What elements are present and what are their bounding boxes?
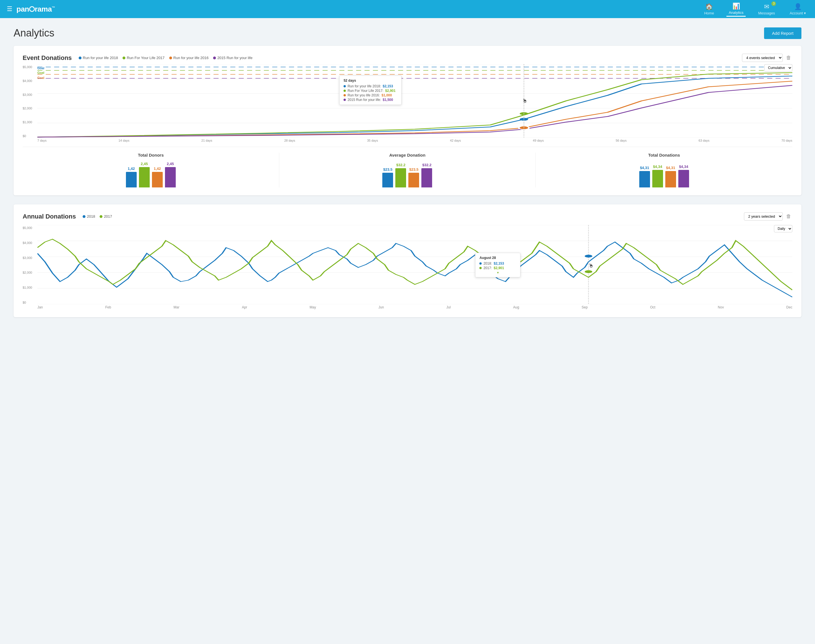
- bar-avg-3: [408, 173, 419, 187]
- messages-icon: ✉: [764, 3, 769, 11]
- annual-donations-card: Annual Donations 2018 2017 2 years selec…: [14, 204, 801, 317]
- bar-val-donors-1: 1,42: [128, 167, 135, 171]
- total-donors-group: Total Donors 1,42 2,45 1,42: [23, 153, 279, 187]
- total-donations-bars: $4,31 $4,34 $4,31 $4,34: [639, 162, 689, 187]
- annual-chart-svg: [37, 225, 792, 304]
- bar-col-avg-1: $23.5: [382, 167, 393, 187]
- line-chart-container: $5,000 $4,000 $3,000 $2,000 $1,000 $0 Go…: [23, 64, 792, 138]
- analytics-label: Analytics: [729, 11, 743, 15]
- event-donations-card: Event Donations Run for your life 2018 R…: [14, 46, 801, 195]
- bar-col-total-1: $4,31: [639, 166, 650, 187]
- nav-item-analytics[interactable]: 📊 Analytics: [726, 2, 746, 17]
- annual-x-axis: JanFebMarAprMayJunJulAugSepOctNovDec: [37, 305, 792, 309]
- add-report-button[interactable]: Add Report: [764, 28, 801, 39]
- years-dropdown[interactable]: 2 years selected: [744, 212, 783, 221]
- bar-col-avg-4: $32.2: [421, 163, 432, 187]
- account-label: Account ▾: [789, 11, 806, 15]
- bar-donors-1: [126, 172, 137, 187]
- avg-donation-group: Average Donation $23.5 $32.2 $23.5: [279, 153, 536, 187]
- annual-tooltip-title: August 28: [479, 256, 516, 260]
- bar-col-total-4: $4,34: [678, 164, 689, 187]
- bar-val-total-2: $4,34: [653, 164, 662, 169]
- bar-val-total-3: $4,31: [666, 166, 675, 170]
- bar-donors-2: [139, 167, 150, 187]
- y-label-0: $0: [23, 134, 35, 138]
- annual-tooltip: August 28 2018: $2,153 2017: $2,901 ▼: [475, 253, 520, 278]
- tooltip-row-2016: Run for you life 2016: $1,000: [343, 93, 397, 97]
- annual-line-2018: [37, 242, 792, 297]
- events-dropdown[interactable]: 4 events selected: [742, 54, 783, 62]
- home-label: Home: [704, 11, 714, 15]
- nav-item-messages[interactable]: ✉ 3 Messages: [756, 2, 777, 16]
- cumulative-dropdown[interactable]: Cumulative: [764, 64, 792, 72]
- y-label-3000: $3,000: [23, 93, 35, 97]
- navigation: ☰ panrama™ 🏠 Home 📊 Analytics ✉ 3 Messag…: [0, 0, 815, 18]
- line-chart-tooltip: 52 days Run for your life 2018: $2,153 R…: [339, 75, 401, 105]
- event-donations-controls: 4 events selected 🗑: [742, 54, 792, 62]
- event-donations-legend: Run for your life 2018 Run For Your Life…: [78, 56, 737, 60]
- y-label-4000: $4,000: [23, 79, 35, 83]
- bar-charts-section: Total Donors 1,42 2,45 1,42: [23, 147, 792, 187]
- avg-donation-title: Average Donation: [389, 153, 426, 158]
- bar-col-avg-3: $23.5: [408, 167, 419, 187]
- bar-col-avg-2: $32.2: [395, 163, 406, 187]
- goal-label-green: Goal: [37, 71, 44, 74]
- bar-val-donors-2: 2,45: [141, 162, 148, 166]
- legend-dot-2017: [123, 57, 125, 59]
- line-2017: [37, 73, 792, 137]
- bar-val-donors-4: 2,45: [167, 162, 174, 166]
- annual-legend: 2018 2017: [83, 214, 112, 219]
- bar-col-donors-2: 2,45: [139, 162, 150, 187]
- annual-tooltip-row-2017: 2017: $2,901: [479, 266, 516, 270]
- bar-col-total-3: $4,31: [665, 166, 676, 187]
- analytics-icon: 📊: [732, 3, 740, 10]
- bar-col-total-2: $4,34: [652, 164, 663, 187]
- goal-label-blue: Goal: [37, 66, 44, 70]
- annual-controls: 2 years selected 🗑: [744, 212, 792, 221]
- line-2018: [37, 76, 792, 137]
- annual-line-2017: [37, 239, 792, 290]
- total-donations-group: Total Donations $4,31 $4,34 $4,31: [536, 153, 792, 187]
- y-label-2000: $2,000: [23, 107, 35, 110]
- x-axis: 7 days14 days21 days28 days35 days42 day…: [37, 139, 792, 142]
- annual-donations-header: Annual Donations 2018 2017 2 years selec…: [23, 212, 792, 221]
- bar-total-2: [652, 170, 663, 187]
- bar-val-avg-2: $32.2: [396, 163, 406, 167]
- event-donations-header: Event Donations Run for your life 2018 R…: [23, 54, 792, 62]
- total-donations-title: Total Donations: [648, 153, 680, 158]
- legend-item-2015: 2015 Run for your life: [213, 56, 252, 60]
- bar-total-3: [665, 171, 676, 187]
- bar-val-avg-1: $23.5: [383, 167, 392, 172]
- tooltip-row-2018: Run for your life 2018: $2,153: [343, 84, 397, 88]
- tooltip-row-2017: Run For Your Life 2017: $2,901: [343, 89, 397, 93]
- line-2016: [37, 81, 792, 137]
- bar-col-donors-1: 1,42: [126, 167, 137, 187]
- messages-badge: 3: [771, 2, 776, 6]
- goal-label-orange: Goal: [37, 76, 44, 80]
- y-axis: $5,000 $4,000 $3,000 $2,000 $1,000 $0: [23, 64, 37, 138]
- nav-item-home[interactable]: 🏠 Home: [702, 2, 716, 16]
- annual-tooltip-row-2018: 2018: $2,153: [479, 262, 516, 265]
- main-content: Analytics Add Report Event Donations Run…: [0, 18, 815, 644]
- daily-control: Daily: [774, 225, 792, 232]
- annual-chart-container: $5,000 $4,000 $3,000 $2,000 $1,000 $0 Da…: [23, 225, 792, 304]
- total-donors-title: Total Donors: [138, 153, 164, 158]
- nav-item-account[interactable]: 👤 Account ▾: [787, 2, 808, 16]
- annual-dot-2018: [83, 215, 85, 218]
- bar-donors-4: [165, 167, 176, 187]
- bar-col-donors-4: 2,45: [165, 162, 176, 187]
- bar-col-donors-3: 1,42: [152, 167, 163, 187]
- hamburger-icon[interactable]: ☰: [7, 5, 12, 13]
- page-title: Analytics: [14, 27, 54, 39]
- annual-donations-delete-button[interactable]: 🗑: [785, 212, 792, 221]
- legend-dot-2015: [213, 57, 216, 59]
- daily-dropdown[interactable]: Daily: [774, 225, 792, 232]
- bar-total-4: [678, 170, 689, 187]
- event-donations-delete-button[interactable]: 🗑: [785, 54, 792, 62]
- svg-point-19: [585, 270, 592, 273]
- line-chart-wrapper: Goal Goal Goal Cumulative: [37, 64, 792, 138]
- cumulative-control: Cumulative: [764, 64, 792, 72]
- account-icon: 👤: [794, 3, 802, 11]
- bar-donors-3: [152, 172, 163, 187]
- bar-val-total-4: $4,34: [679, 164, 688, 169]
